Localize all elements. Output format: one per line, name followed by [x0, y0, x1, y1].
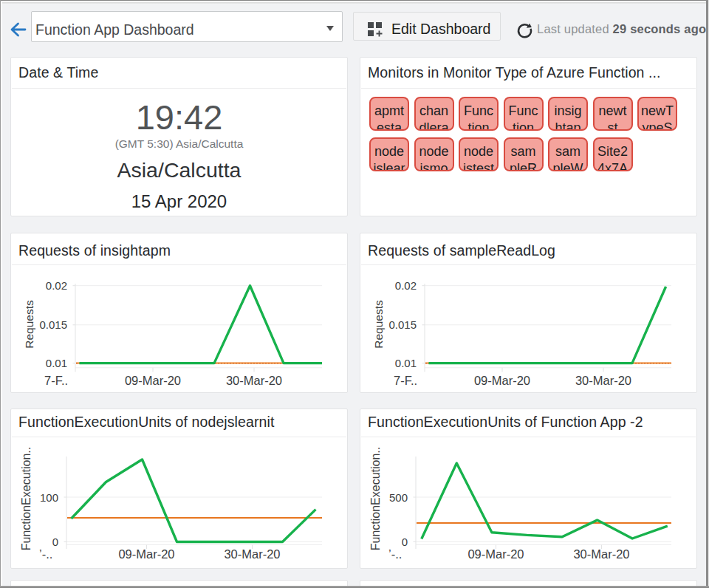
- svg-text:0.015: 0.015: [388, 318, 417, 331]
- svg-text:0.01: 0.01: [46, 357, 67, 369]
- svg-text:30-Mar-20: 30-Mar-20: [573, 547, 629, 561]
- svg-text:’-..: ’-..: [39, 547, 52, 561]
- svg-text:30-Mar-20: 30-Mar-20: [226, 374, 282, 387]
- svg-text:0.02: 0.02: [46, 279, 67, 292]
- svg-text:09-Mar-20: 09-Mar-20: [118, 547, 174, 561]
- svg-text:FunctionExecution..: FunctionExecution..: [20, 447, 32, 551]
- svg-text:’-..: ’-..: [388, 547, 402, 561]
- svg-text:FunctionExecution..: FunctionExecution..: [369, 447, 382, 551]
- svg-text:0.015: 0.015: [39, 318, 67, 331]
- svg-text:0.01: 0.01: [395, 357, 417, 369]
- svg-text:0: 0: [52, 536, 58, 548]
- svg-text:09-Mar-20: 09-Mar-20: [474, 374, 530, 387]
- svg-text:500: 500: [389, 491, 408, 504]
- svg-text:100: 100: [40, 491, 58, 504]
- svg-text:Requests: Requests: [372, 300, 385, 349]
- svg-text:09-Mar-20: 09-Mar-20: [125, 374, 181, 387]
- svg-text:09-Mar-20: 09-Mar-20: [467, 547, 524, 561]
- svg-text:0.02: 0.02: [395, 279, 417, 292]
- svg-text:30-Mar-20: 30-Mar-20: [575, 374, 631, 387]
- svg-text:7-F..: 7-F..: [44, 374, 68, 387]
- svg-text:Requests: Requests: [23, 300, 35, 349]
- svg-text:30-Mar-20: 30-Mar-20: [224, 547, 280, 561]
- svg-text:0: 0: [402, 536, 408, 548]
- svg-text:7-F..: 7-F..: [394, 374, 417, 387]
